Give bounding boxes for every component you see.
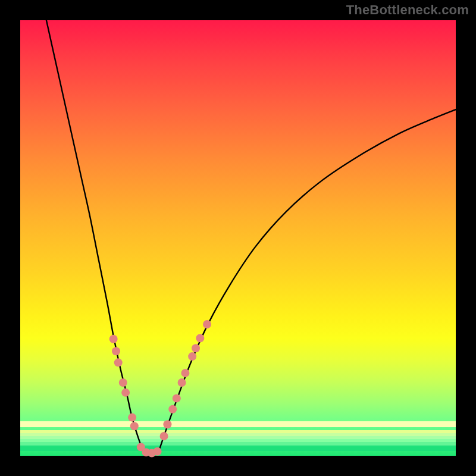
curve-left-branch [46, 20, 143, 452]
marker-dot [114, 358, 123, 367]
watermark-label: TheBottleneck.com [346, 2, 469, 18]
chart-svg [20, 20, 456, 456]
marker-dot [163, 420, 171, 428]
curve-right-branch [159, 109, 456, 452]
marker-dot [160, 432, 168, 440]
marker-dot [109, 335, 118, 343]
marker-dot [181, 369, 189, 377]
marker-dot [119, 378, 127, 387]
chart-frame: TheBottleneck.com [0, 0, 476, 476]
marker-dot [203, 320, 211, 328]
marker-dot [192, 344, 200, 352]
marker-dot [188, 352, 196, 361]
marker-dot [178, 378, 186, 387]
marker-dot [196, 334, 204, 342]
marker-dot [128, 414, 136, 422]
marker-dot [173, 394, 181, 402]
plot-area [20, 20, 456, 456]
marker-dot [154, 447, 162, 456]
marker-dot [121, 389, 130, 397]
marker-dot [168, 405, 177, 414]
marker-dot [130, 422, 139, 430]
marker-dot [112, 347, 120, 355]
